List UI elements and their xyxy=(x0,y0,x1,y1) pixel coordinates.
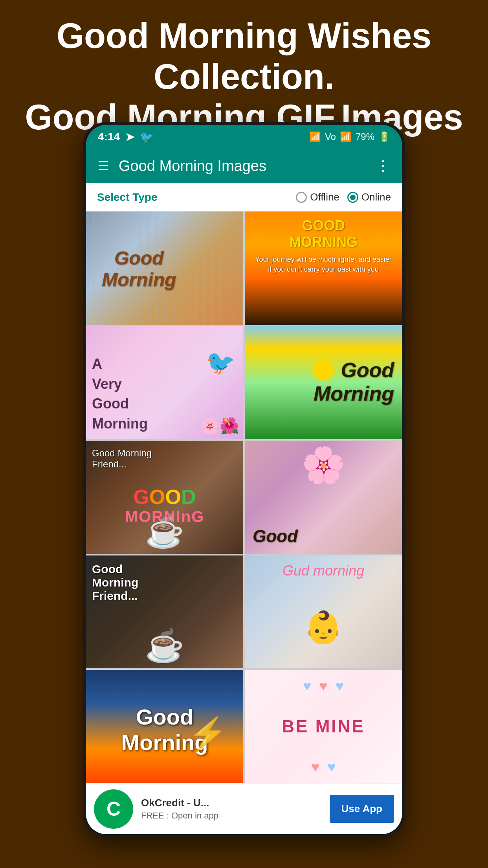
bird-decoration: 🐦 xyxy=(206,349,235,377)
grid-item-9[interactable]: GoodMorning ⚡ xyxy=(86,670,243,783)
more-options-button[interactable]: ⋮ xyxy=(376,158,390,174)
grid-item-7[interactable]: GoodMorningFriend... ☕ xyxy=(86,555,243,669)
lightning-decoration: ⚡ xyxy=(188,715,227,752)
ad-logo-text: C xyxy=(106,798,121,820)
ad-logo: C xyxy=(94,789,133,829)
grid-item-1-text: GoodMorning xyxy=(102,247,176,291)
heart-pink-2: ♥ xyxy=(311,759,319,775)
grid-item-5[interactable]: Good MorningFriend... GOOD MORNInG ☕ xyxy=(86,441,243,554)
grid-item-1[interactable]: GoodMorning xyxy=(86,211,243,325)
offline-label: Offline xyxy=(310,191,339,203)
grid-item-7-text: GoodMorningFriend... xyxy=(92,563,138,603)
offline-option[interactable]: Offline xyxy=(296,191,339,203)
heart-blue-1: ♥ xyxy=(303,678,311,694)
filter-bar: Select Type Offline Online xyxy=(86,183,402,211)
status-left: 4:14 ➤ 🐦 xyxy=(98,131,154,143)
online-option[interactable]: Online xyxy=(347,191,391,203)
phone-screen: 4:14 ➤ 🐦 📶 Vo 📶 79% 🔋 ☰ Good Morning Ima… xyxy=(86,125,402,834)
ad-text: OkCredit - U... FREE : Open in app xyxy=(141,797,330,821)
grid-item-5-good: GOOD xyxy=(86,485,243,509)
battery-icon: 🔋 xyxy=(378,131,390,142)
grid-item-5-subtitle: Good MorningFriend... xyxy=(92,448,152,470)
grid-item-4[interactable]: GoodMorning xyxy=(245,326,402,440)
offline-radio[interactable] xyxy=(296,192,307,203)
select-type-label: Select Type xyxy=(97,191,296,204)
time-display: 4:14 xyxy=(98,131,120,143)
ad-banner: C OkCredit - U... FREE : Open in app Use… xyxy=(86,783,402,834)
phone-device: 4:14 ➤ 🐦 📶 Vo 📶 79% 🔋 ☰ Good Morning Ima… xyxy=(83,122,405,837)
radio-group: Offline Online xyxy=(296,191,391,203)
grid-item-2[interactable]: GOODMORNING Your journey will be much li… xyxy=(245,211,402,325)
grid-item-8-text: Gud morning xyxy=(245,563,402,579)
coffee-steam-decoration: ☕ xyxy=(145,627,184,664)
online-radio[interactable] xyxy=(347,192,358,203)
baby-decoration: 👶 xyxy=(304,609,343,646)
signal-icon: 📶 xyxy=(340,131,352,142)
status-bar: 4:14 ➤ 🐦 📶 Vo 📶 79% 🔋 xyxy=(86,125,402,149)
menu-button[interactable]: ☰ xyxy=(98,158,109,173)
wifi-icon: 📶 xyxy=(309,131,321,142)
ad-title: OkCredit - U... xyxy=(141,797,330,809)
vod-label: Vo xyxy=(325,131,336,142)
grid-item-8[interactable]: Gud morning 👶 xyxy=(245,555,402,669)
online-label: Online xyxy=(361,191,391,203)
flowers-decoration: 🌸🌺 xyxy=(200,417,239,435)
battery-display: 79% xyxy=(356,131,374,142)
grid-item-4-text: GoodMorning xyxy=(314,358,394,405)
image-grid: GoodMorning GOODMORNING Your journey wil… xyxy=(86,211,402,783)
app-bar: ☰ Good Morning Images ⋮ xyxy=(86,149,402,183)
heart-blue-3: ♥ xyxy=(327,759,336,775)
grid-item-6[interactable]: 🌸 Good xyxy=(245,441,402,554)
heart-pink-1: ♥ xyxy=(319,678,327,694)
orchid-decoration: 🌸 xyxy=(301,445,345,486)
twitter-icon: 🐦 xyxy=(140,131,154,143)
grid-item-3-text: AVeryGoodMorning xyxy=(92,354,148,434)
grid-item-2-text: GOODMORNING xyxy=(245,217,402,250)
grid-item-10-text: BE MINE xyxy=(282,717,365,736)
heart-blue-2: ♥ xyxy=(336,678,344,694)
ad-subtitle: FREE : Open in app xyxy=(141,811,330,821)
grid-item-10[interactable]: ♥ ♥ ♥ BE MINE ♥ ♥ xyxy=(245,670,402,783)
status-right: 📶 Vo 📶 79% 🔋 xyxy=(309,131,390,142)
phone-shell: 4:14 ➤ 🐦 📶 Vo 📶 79% 🔋 ☰ Good Morning Ima… xyxy=(83,122,405,837)
grid-item-6-text: Good xyxy=(253,526,298,546)
location-icon: ➤ xyxy=(125,131,134,143)
hearts-decoration: ♥ ♥ ♥ xyxy=(303,678,344,694)
grid-item-2-subtext: Your journey will be much lighter and ea… xyxy=(253,255,394,274)
coffee-cup-decoration: ☕ xyxy=(145,513,184,550)
ad-use-app-button[interactable]: Use App xyxy=(330,795,394,823)
grid-item-3[interactable]: AVeryGoodMorning 🐦 🌸🌺 xyxy=(86,326,243,440)
app-title: Good Morning Images xyxy=(119,158,376,175)
